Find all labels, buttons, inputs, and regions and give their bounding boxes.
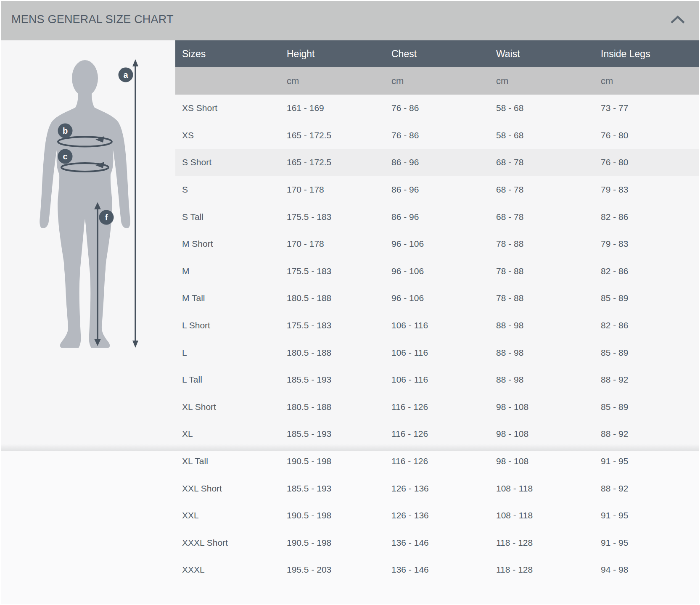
waist-cell: 88 - 98: [489, 339, 594, 366]
inside-legs-cell: 91 - 95: [594, 529, 699, 557]
size-cell: XS: [175, 122, 280, 149]
inside-legs-cell: 82 - 86: [594, 258, 699, 285]
size-chart-body: a b c f Sizes Height: [1, 40, 699, 604]
height-cell: 175.5 - 183: [280, 258, 385, 285]
waist-cell: 78 - 88: [489, 285, 594, 312]
table-row[interactable]: S Short165 - 172.586 - 9668 - 7876 - 80: [175, 149, 699, 176]
chest-cell: 116 - 126: [385, 394, 489, 421]
size-cell: XL Tall: [175, 448, 280, 475]
waist-cell: 98 - 108: [489, 420, 594, 448]
table-body: XS Short161 - 16976 - 8658 - 6873 - 77XS…: [175, 95, 699, 584]
size-cell: S Short: [175, 149, 280, 176]
size-cell: S: [175, 176, 280, 203]
unit-cell: cm: [385, 67, 489, 95]
inside-legs-cell: 94 - 98: [594, 556, 699, 584]
page-title: MENS GENERAL SIZE CHART: [11, 13, 174, 26]
chest-cell: 106 - 116: [385, 339, 489, 366]
chest-cell: 86 - 96: [385, 176, 489, 203]
chest-cell: 136 - 146: [385, 556, 489, 584]
unit-cell: cm: [594, 67, 699, 95]
height-cell: 170 - 178: [280, 230, 385, 258]
chest-cell: 76 - 86: [385, 95, 489, 122]
silhouette-body: [40, 92, 130, 348]
units-row: cm cm cm cm: [175, 67, 699, 95]
inside-legs-cell: 76 - 80: [594, 149, 699, 176]
waist-cell: 118 - 128: [489, 529, 594, 557]
svg-text:a: a: [123, 70, 128, 79]
height-cell: 190.5 - 198: [280, 529, 385, 557]
height-cell: 190.5 - 198: [280, 448, 385, 475]
size-cell: XXXL Short: [175, 529, 280, 557]
table-row[interactable]: M Short170 - 17896 - 10678 - 8879 - 83: [175, 230, 699, 258]
table-header-row: Sizes Height Chest Waist Inside Legs: [175, 40, 699, 67]
inside-legs-cell: 91 - 95: [594, 502, 699, 529]
unit-cell: cm: [489, 67, 594, 95]
size-chart-widget: MENS GENERAL SIZE CHART: [1, 1, 699, 604]
inside-legs-cell: 85 - 89: [594, 394, 699, 421]
waist-cell: 108 - 118: [489, 502, 594, 529]
inside-legs-cell: 79 - 83: [594, 230, 699, 258]
table-row[interactable]: XL Short180.5 - 188116 - 12698 - 10885 -…: [175, 394, 699, 421]
size-cell: L: [175, 339, 280, 366]
inside-legs-cell: 88 - 92: [594, 366, 699, 394]
table-row[interactable]: XS165 - 172.576 - 8658 - 6876 - 80: [175, 122, 699, 149]
column-header-chest: Chest: [385, 40, 489, 67]
table-row[interactable]: XXXL Short190.5 - 198136 - 146118 - 1289…: [175, 529, 699, 557]
table-row[interactable]: S Tall175.5 - 18386 - 9668 - 7882 - 86: [175, 203, 699, 230]
chest-cell: 136 - 146: [385, 529, 489, 557]
inside-legs-cell: 82 - 86: [594, 312, 699, 339]
size-cell: S Tall: [175, 203, 280, 230]
table-row[interactable]: M Tall180.5 - 18896 - 10678 - 8885 - 89: [175, 285, 699, 312]
waist-cell: 58 - 68: [489, 122, 594, 149]
table-row[interactable]: XXXL195.5 - 203136 - 146118 - 12894 - 98: [175, 556, 699, 584]
size-cell: M Tall: [175, 285, 280, 312]
table-row[interactable]: XXL Short185.5 - 193126 - 136108 - 11888…: [175, 475, 699, 502]
table-row[interactable]: XXL190.5 - 198126 - 136108 - 11891 - 95: [175, 502, 699, 529]
chest-cell: 86 - 96: [385, 203, 489, 230]
waist-cell: 68 - 78: [489, 176, 594, 203]
chest-cell: 96 - 106: [385, 258, 489, 285]
height-cell: 180.5 - 188: [280, 285, 385, 312]
waist-cell: 88 - 98: [489, 366, 594, 394]
waist-cell: 108 - 118: [489, 475, 594, 502]
waist-cell: 98 - 108: [489, 394, 594, 421]
height-cell: 185.5 - 193: [280, 366, 385, 394]
chest-cell: 106 - 116: [385, 312, 489, 339]
table-row[interactable]: L Short175.5 - 183106 - 11688 - 9882 - 8…: [175, 312, 699, 339]
table-row[interactable]: XS Short161 - 16976 - 8658 - 6873 - 77: [175, 95, 699, 122]
height-cell: 180.5 - 188: [280, 394, 385, 421]
table-row[interactable]: XL185.5 - 193116 - 12698 - 10888 - 92: [175, 420, 699, 448]
chest-cell: 86 - 96: [385, 149, 489, 176]
height-cell: 195.5 - 203: [280, 556, 385, 584]
table-row[interactable]: XL Tall190.5 - 198116 - 12698 - 10891 - …: [175, 448, 699, 475]
chest-cell: 126 - 136: [385, 475, 489, 502]
inside-legs-cell: 85 - 89: [594, 339, 699, 366]
inside-legs-cell: 82 - 86: [594, 203, 699, 230]
chest-cell: 96 - 106: [385, 285, 489, 312]
size-cell: L Short: [175, 312, 280, 339]
collapse-button[interactable]: [670, 16, 685, 24]
chest-cell: 126 - 136: [385, 502, 489, 529]
table-row[interactable]: S170 - 17886 - 9668 - 7879 - 83: [175, 176, 699, 203]
body-silhouette-graphic: a b c f: [1, 40, 175, 451]
size-cell: XS Short: [175, 95, 280, 122]
waist-cell: 58 - 68: [489, 95, 594, 122]
inside-legs-cell: 79 - 83: [594, 176, 699, 203]
waist-cell: 118 - 128: [489, 556, 594, 584]
table-row[interactable]: L Tall185.5 - 193106 - 11688 - 9888 - 92: [175, 366, 699, 394]
chest-cell: 106 - 116: [385, 366, 489, 394]
height-cell: 180.5 - 188: [280, 339, 385, 366]
table-row[interactable]: M175.5 - 18396 - 10678 - 8882 - 86: [175, 258, 699, 285]
size-table: Sizes Height Chest Waist Inside Legs cm …: [175, 40, 699, 584]
table-row[interactable]: L180.5 - 188106 - 11688 - 9885 - 89: [175, 339, 699, 366]
size-chart-header[interactable]: MENS GENERAL SIZE CHART: [1, 1, 699, 40]
annotation-f: f: [99, 210, 114, 225]
svg-text:f: f: [105, 213, 108, 222]
size-cell: XXXL: [175, 556, 280, 584]
chest-cell: 96 - 106: [385, 230, 489, 258]
chest-cell: 116 - 126: [385, 420, 489, 448]
height-cell: 165 - 172.5: [280, 149, 385, 176]
chevron-up-icon: [670, 16, 685, 24]
waist-cell: 68 - 78: [489, 149, 594, 176]
size-cell: XL Short: [175, 394, 280, 421]
